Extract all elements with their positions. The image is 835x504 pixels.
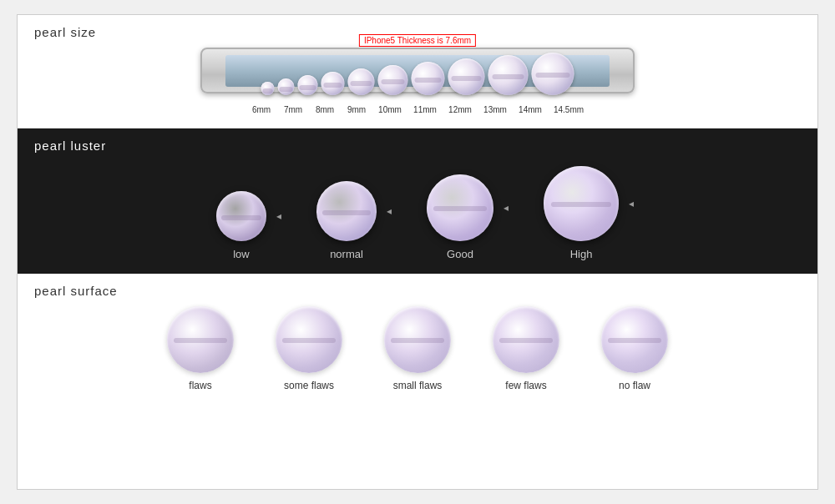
iphone-label: IPhone5 Thickness is 7.6mm <box>359 34 476 47</box>
pearl-size-13mm <box>448 58 485 95</box>
pearl-surface-some-flaws <box>276 306 342 373</box>
surface-item-some-flaws: some flaws <box>276 306 342 391</box>
pearl-size-14mm <box>488 55 529 95</box>
size-label-7mm: 7mm <box>277 105 309 114</box>
luster-pearl-wrapper-high: ◂ <box>544 166 619 241</box>
surface-item-flaws: flaws <box>167 306 234 391</box>
luster-arrow-low: ◂ <box>276 210 281 222</box>
pearl-size-10mm <box>348 68 375 95</box>
size-visual: IPhone5 Thickness is 7.6mm 6mm7mm8mm9mm1… <box>34 48 801 114</box>
pearl-size-6mm <box>261 82 275 95</box>
surface-label-few-flaws: few flaws <box>505 380 546 391</box>
section-surface: pearl surface flaws some flaws small fla… <box>18 274 817 405</box>
luster-arrow-good: ◂ <box>504 202 509 214</box>
luster-arrow-normal: ◂ <box>387 205 392 217</box>
surface-items: flaws some flaws small flaws few flaws n… <box>34 306 801 391</box>
pearl-size-9mm <box>321 72 345 95</box>
luster-title: pearl luster <box>34 139 801 153</box>
pearls-row <box>261 53 574 95</box>
luster-pearl-wrapper-good: ◂ <box>427 174 493 241</box>
section-size: pearl size IPhone5 Thickness is 7.6mm 6m… <box>18 15 817 129</box>
luster-items: ◂ low ◂ normal ◂ Good <box>34 166 801 260</box>
luster-label-good: Good <box>447 248 473 260</box>
surface-item-small-flaws: small flaws <box>384 306 451 391</box>
size-label-12mm: 12mm <box>443 105 478 114</box>
size-label-11mm: 11mm <box>407 105 443 114</box>
section-luster: pearl luster ◂ low ◂ normal ◂ <box>18 129 817 274</box>
size-label-14.5mm: 14.5mm <box>548 105 590 114</box>
size-label-14mm: 14mm <box>513 105 548 114</box>
size-labels: 6mm7mm8mm9mm10mm11mm12mm13mm14mm14.5mm <box>245 105 590 114</box>
luster-item-low: ◂ low <box>216 191 266 260</box>
pearl-size-8mm <box>298 75 318 95</box>
iphone-body: IPhone5 Thickness is 7.6mm <box>200 48 635 93</box>
main-container: pearl size IPhone5 Thickness is 7.6mm 6m… <box>17 14 818 490</box>
surface-label-no-flaw: no flaw <box>619 380 650 391</box>
size-label-13mm: 13mm <box>478 105 513 114</box>
surface-label-flaws: flaws <box>189 380 211 391</box>
pearl-normal <box>316 181 377 241</box>
luster-item-good: ◂ Good <box>427 174 493 260</box>
luster-arrow-high: ◂ <box>629 198 634 209</box>
luster-label-low: low <box>233 248 250 260</box>
luster-item-high: ◂ High <box>544 166 619 260</box>
luster-item-normal: ◂ normal <box>316 181 377 260</box>
size-label-6mm: 6mm <box>245 105 277 114</box>
pearl-surface-no-flaw <box>601 306 668 373</box>
surface-item-few-flaws: few flaws <box>493 306 559 391</box>
pearl-size-7mm <box>278 78 295 95</box>
pearl-surface-few-flaws <box>493 306 559 373</box>
pearl-size-14.5mm <box>532 53 574 95</box>
luster-pearl-wrapper-normal: ◂ <box>316 181 377 241</box>
iphone-container: IPhone5 Thickness is 7.6mm <box>200 48 635 93</box>
pearl-good <box>427 174 493 241</box>
size-label-9mm: 9mm <box>341 105 372 114</box>
pearl-surface-small-flaws <box>384 306 451 373</box>
surface-label-some-flaws: some flaws <box>284 380 334 391</box>
pearl-size-11mm <box>378 65 408 95</box>
luster-label-normal: normal <box>330 248 363 260</box>
surface-label-small-flaws: small flaws <box>393 380 443 391</box>
surface-item-no-flaw: no flaw <box>601 306 668 391</box>
pearl-low <box>216 191 266 241</box>
pearl-high <box>544 166 619 241</box>
pearl-size-12mm <box>412 62 445 95</box>
luster-pearl-wrapper-low: ◂ <box>216 191 266 241</box>
size-label-10mm: 10mm <box>372 105 407 114</box>
pearl-surface-flaws <box>167 306 234 373</box>
luster-label-high: High <box>570 248 593 260</box>
surface-title: pearl surface <box>34 284 801 298</box>
size-label-8mm: 8mm <box>309 105 341 114</box>
